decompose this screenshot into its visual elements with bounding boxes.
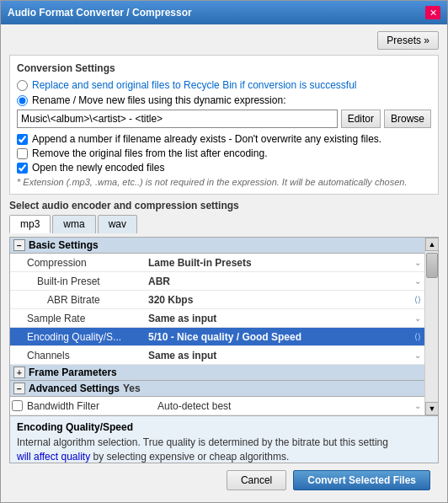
window-title: Audio Format Converter / Compressor bbox=[8, 7, 192, 19]
frame-params-header: + Frame Parameters bbox=[10, 365, 424, 381]
checkbox1-row: Append a number if filename already exis… bbox=[17, 133, 431, 145]
builtin-preset-row: Built-in Preset ABR ⌄ bbox=[10, 272, 424, 291]
editor-button[interactable]: Editor bbox=[341, 110, 381, 128]
checkbox1-label: Append a number if filename already exis… bbox=[32, 133, 381, 145]
scrollbar[interactable]: ▲ ▼ bbox=[424, 238, 438, 415]
checkbox3-row: Open the newly encoded files bbox=[17, 162, 431, 174]
channels-name: Channels bbox=[10, 348, 145, 363]
encoding-quality-row[interactable]: Encoding Quality/S... 5/10 - Nice qualit… bbox=[10, 328, 424, 346]
tab-wav[interactable]: wav bbox=[98, 215, 137, 233]
radio-option1[interactable] bbox=[17, 80, 28, 91]
builtin-preset-value: ABR bbox=[145, 274, 411, 289]
settings-inner: − Basic Settings Compression Lame Built-… bbox=[10, 238, 438, 415]
tab-wma[interactable]: wma bbox=[52, 215, 95, 233]
checkbox2-label: Remove the original files from the list … bbox=[32, 147, 267, 159]
expression-input[interactable] bbox=[17, 110, 338, 128]
dynamic-expr-row: Editor Browse bbox=[17, 110, 431, 128]
compression-row: Compression Lame Built-in Presets ⌄ bbox=[10, 254, 424, 272]
builtin-preset-name: Built-in Preset bbox=[10, 274, 145, 289]
bandwidth-filter-name: Bandwidth Filter bbox=[24, 399, 154, 414]
builtin-preset-arrow[interactable]: ⌄ bbox=[411, 276, 424, 286]
advanced-settings-toggle[interactable]: − bbox=[13, 383, 25, 394]
encoding-quality-name: Encoding Quality/S... bbox=[10, 329, 145, 345]
scrollbar-track[interactable] bbox=[425, 251, 438, 402]
sample-rate-name: Sample Rate bbox=[10, 311, 145, 326]
tab-bar: mp3 wma wav bbox=[9, 215, 439, 233]
sample-rate-value: Same as input bbox=[145, 311, 411, 326]
frame-params-label: Frame Parameters bbox=[29, 367, 117, 378]
bandwidth-filter-arrow[interactable]: ⌄ bbox=[411, 401, 424, 410]
abr-bitrate-name: ABR Bitrate bbox=[10, 292, 145, 308]
encoder-section-label: Select audio encoder and compression set… bbox=[9, 200, 439, 211]
scrollbar-thumb[interactable] bbox=[426, 253, 438, 278]
checkbox-remove-original[interactable] bbox=[17, 148, 28, 159]
bottom-bar: Cancel Convert Selected Files bbox=[9, 463, 439, 495]
description-panel: Encoding Quality/Speed Internal algorith… bbox=[10, 415, 438, 463]
radio-option1-row: Replace and send original files to Recyc… bbox=[17, 79, 431, 91]
scrollbar-down-button[interactable]: ▼ bbox=[425, 402, 439, 415]
encoding-quality-value: 5/10 - Nice quality / Good Speed bbox=[145, 329, 411, 345]
basic-settings-toggle[interactable]: − bbox=[13, 239, 25, 251]
extension-note: * Extension (.mp3, .wma, etc..) is not r… bbox=[17, 177, 431, 187]
checkbox-append-number[interactable] bbox=[17, 134, 28, 145]
checkbox2-row: Remove the original files from the list … bbox=[17, 147, 431, 159]
radio-option2-row: Rename / Move new files using this dynam… bbox=[17, 94, 431, 106]
title-bar: Audio Format Converter / Compressor ✕ bbox=[1, 1, 447, 24]
advanced-settings-header: − Advanced Settings Yes bbox=[10, 381, 424, 397]
bandwidth-filter-check[interactable] bbox=[12, 400, 23, 411]
basic-settings-header: − Basic Settings bbox=[10, 238, 424, 254]
encoder-section: Select audio encoder and compression set… bbox=[9, 200, 439, 233]
description-text: Internal algorithm selection. True quali… bbox=[17, 436, 431, 463]
compression-value: Lame Built-in Presets bbox=[145, 255, 411, 270]
close-button[interactable]: ✕ bbox=[425, 6, 440, 19]
compression-name: Compression bbox=[10, 255, 145, 270]
conversion-settings-panel: Conversion Settings Replace and send ori… bbox=[9, 55, 439, 195]
main-window: Audio Format Converter / Compressor ✕ Pr… bbox=[0, 0, 448, 503]
sample-rate-row: Sample Rate Same as input ⌄ bbox=[10, 309, 424, 328]
channels-value: Same as input bbox=[145, 348, 411, 363]
browse-button[interactable]: Browse bbox=[384, 110, 431, 128]
tab-mp3[interactable]: mp3 bbox=[9, 215, 51, 233]
encoding-quality-arrows[interactable]: ⟨⟩ bbox=[411, 332, 424, 341]
channels-row: Channels Same as input ⌄ bbox=[10, 346, 424, 365]
presets-button[interactable]: Presets » bbox=[377, 31, 439, 50]
radio-option2-label[interactable]: Rename / Move new files using this dynam… bbox=[32, 94, 285, 106]
basic-settings-label: Basic Settings bbox=[29, 239, 99, 251]
bandwidth-filter-row: Bandwidth Filter Auto-detect best ⌄ bbox=[10, 397, 424, 415]
content-area: Presets » Conversion Settings Replace an… bbox=[1, 24, 447, 502]
checkbox3-label: Open the newly encoded files bbox=[32, 162, 164, 174]
abr-bitrate-arrows[interactable]: ⟨⟩ bbox=[411, 295, 424, 304]
abr-bitrate-value: 320 Kbps bbox=[145, 292, 411, 308]
description-title: Encoding Quality/Speed bbox=[17, 421, 431, 433]
advanced-settings-value: Yes bbox=[123, 383, 141, 394]
radio-option1-label[interactable]: Replace and send original files to Recyc… bbox=[32, 79, 357, 91]
settings-scroll[interactable]: − Basic Settings Compression Lame Built-… bbox=[10, 238, 424, 415]
compression-arrow[interactable]: ⌄ bbox=[411, 258, 424, 267]
radio-option2[interactable] bbox=[17, 95, 28, 106]
cancel-button[interactable]: Cancel bbox=[227, 470, 286, 490]
settings-panel: − Basic Settings Compression Lame Built-… bbox=[9, 237, 439, 463]
abr-bitrate-row: ABR Bitrate 320 Kbps ⟨⟩ bbox=[10, 291, 424, 309]
frame-params-toggle[interactable]: + bbox=[13, 367, 25, 378]
bandwidth-checkbox bbox=[10, 400, 24, 411]
presets-row: Presets » bbox=[9, 31, 439, 50]
convert-button[interactable]: Convert Selected Files bbox=[293, 470, 430, 490]
sample-rate-arrow[interactable]: ⌄ bbox=[411, 313, 424, 323]
checkbox-open-encoded[interactable] bbox=[17, 163, 28, 174]
scrollbar-up-button[interactable]: ▲ bbox=[425, 238, 439, 251]
advanced-settings-label: Advanced Settings bbox=[29, 383, 120, 394]
bandwidth-filter-value: Auto-detect best bbox=[154, 399, 411, 414]
channels-arrow[interactable]: ⌄ bbox=[411, 350, 424, 360]
conversion-section-label: Conversion Settings bbox=[17, 62, 431, 74]
